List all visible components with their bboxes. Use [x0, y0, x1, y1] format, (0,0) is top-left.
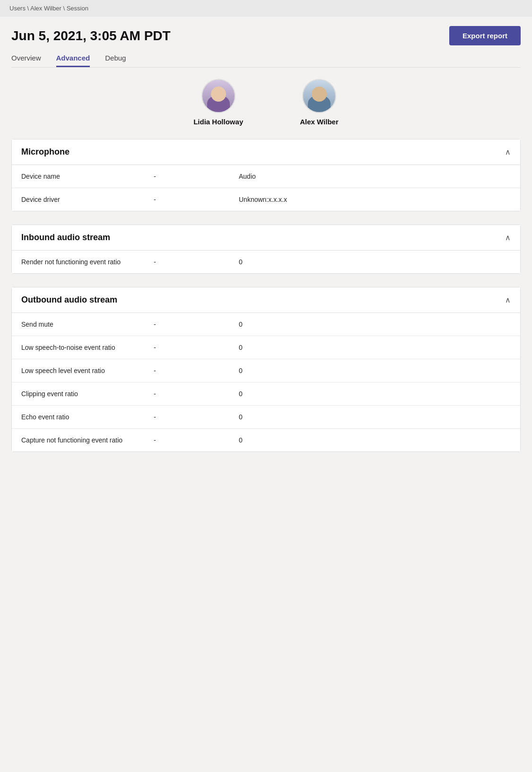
section-inbound: Inbound audio stream∧Render not function…: [11, 225, 521, 274]
row-value-col1: -: [154, 196, 239, 203]
tab-advanced[interactable]: Advanced: [56, 54, 90, 67]
participants-row: Lidia Holloway Alex Wilber: [11, 79, 521, 126]
row-value-col1: -: [154, 390, 239, 398]
row-label: Device name: [21, 173, 154, 180]
row-value-col2: Unknown:x.x.x.x: [239, 196, 511, 203]
tab-overview[interactable]: Overview: [11, 54, 41, 67]
table-row: Device name-Audio: [12, 165, 520, 188]
section-outbound: Outbound audio stream∧Send mute-0Low spe…: [11, 287, 521, 452]
breadcrumb: Users \ Alex Wilber \ Session: [0, 0, 532, 17]
table-row: Low speech-to-noise event ratio-0: [12, 336, 520, 359]
table-row: Echo event ratio-0: [12, 406, 520, 429]
row-value-col1: -: [154, 436, 239, 444]
row-label: Low speech-to-noise event ratio: [21, 344, 154, 351]
tabs-nav: Overview Advanced Debug: [11, 54, 521, 68]
row-label: Render not functioning event ratio: [21, 258, 154, 266]
section-microphone: Microphone∧Device name-AudioDevice drive…: [11, 139, 521, 211]
row-label: Clipping event ratio: [21, 390, 154, 398]
row-label: Low speech level event ratio: [21, 367, 154, 374]
tab-debug[interactable]: Debug: [105, 54, 126, 67]
row-label: Device driver: [21, 196, 154, 203]
row-value-col1: -: [154, 344, 239, 351]
section-header-outbound[interactable]: Outbound audio stream∧: [12, 287, 520, 312]
avatar-lidia: [201, 79, 235, 113]
table-row: Capture not functioning event ratio-0: [12, 429, 520, 451]
row-value-col1: -: [154, 413, 239, 421]
section-header-inbound[interactable]: Inbound audio stream∧: [12, 225, 520, 250]
row-value-col2: Audio: [239, 173, 511, 180]
section-header-microphone[interactable]: Microphone∧: [12, 139, 520, 165]
row-value-col1: -: [154, 173, 239, 180]
participant-name-alex: Alex Wilber: [300, 118, 339, 126]
table-row: Clipping event ratio-0: [12, 382, 520, 406]
table-row: Render not functioning event ratio-0: [12, 251, 520, 273]
table-row: Low speech level event ratio-0: [12, 359, 520, 382]
page-title: Jun 5, 2021, 3:05 AM PDT: [11, 28, 171, 43]
row-label: Echo event ratio: [21, 413, 154, 421]
participant-name-lidia: Lidia Holloway: [193, 118, 243, 126]
section-title-microphone: Microphone: [21, 147, 70, 157]
table-outbound: Send mute-0Low speech-to-noise event rat…: [12, 312, 520, 451]
row-value-col1: -: [154, 321, 239, 328]
section-title-inbound: Inbound audio stream: [21, 233, 110, 243]
row-value-col1: -: [154, 367, 239, 374]
chevron-up-icon: ∧: [505, 233, 511, 242]
section-title-outbound: Outbound audio stream: [21, 295, 117, 305]
table-row: Send mute-0: [12, 313, 520, 336]
table-row: Device driver-Unknown:x.x.x.x: [12, 188, 520, 211]
row-value-col1: -: [154, 258, 239, 266]
row-label: Capture not functioning event ratio: [21, 436, 154, 444]
row-value-col2: 0: [239, 367, 511, 374]
chevron-up-icon: ∧: [505, 295, 511, 304]
export-report-button[interactable]: Export report: [449, 26, 521, 45]
row-value-col2: 0: [239, 390, 511, 398]
row-value-col2: 0: [239, 344, 511, 351]
table-microphone: Device name-AudioDevice driver-Unknown:x…: [12, 165, 520, 211]
participant-lidia: Lidia Holloway: [193, 79, 243, 126]
chevron-up-icon: ∧: [505, 147, 511, 156]
row-label: Send mute: [21, 321, 154, 328]
participant-alex: Alex Wilber: [300, 79, 339, 126]
table-inbound: Render not functioning event ratio-0: [12, 250, 520, 273]
avatar-alex: [302, 79, 336, 113]
row-value-col2: 0: [239, 321, 511, 328]
row-value-col2: 0: [239, 258, 511, 266]
row-value-col2: 0: [239, 436, 511, 444]
row-value-col2: 0: [239, 413, 511, 421]
